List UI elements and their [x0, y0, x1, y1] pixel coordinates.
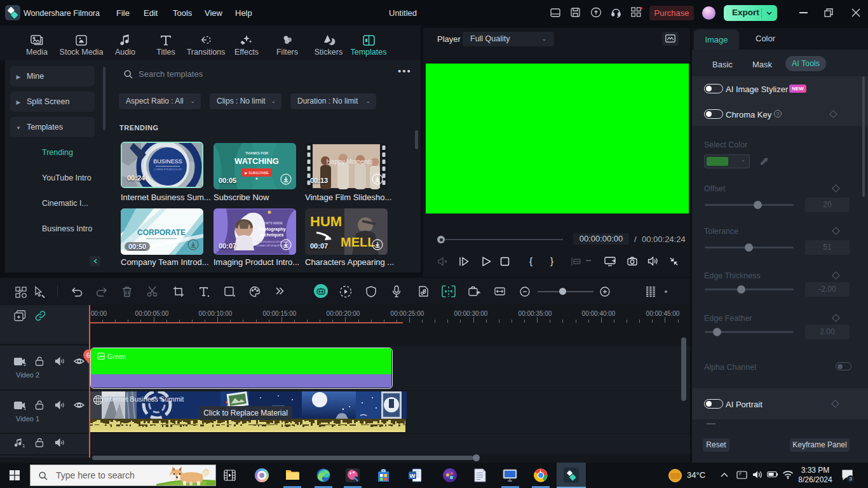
svg-text:techniques: techniques [261, 233, 284, 238]
svg-text:LOREM IPSUM DOLOR: LOREM IPSUM DOLOR [154, 168, 181, 171]
svg-text:HUM: HUM [310, 214, 342, 229]
svg-text:W: W [410, 472, 416, 479]
svg-text:2: 2 [24, 362, 26, 367]
svg-text:Happy Moments: Happy Moments [327, 158, 373, 165]
svg-text:THANKS FOR: THANKS FOR [245, 151, 268, 155]
svg-text:CORPORATE: CORPORATE [137, 228, 186, 237]
svg-text:WHAT'S INSIDE: WHAT'S INSIDE [261, 222, 282, 225]
svg-text:BUSINESS: BUSINESS [153, 158, 182, 165]
svg-text:WATCHING: WATCHING [234, 156, 279, 166]
svg-text:1: 1 [22, 443, 25, 448]
svg-text:Photography: Photography [258, 227, 285, 232]
svg-text:1: 1 [24, 405, 26, 410]
svg-text:MELL: MELL [341, 235, 375, 249]
svg-text:▶ SUBSCRIBE: ▶ SUBSCRIBE [245, 171, 269, 175]
